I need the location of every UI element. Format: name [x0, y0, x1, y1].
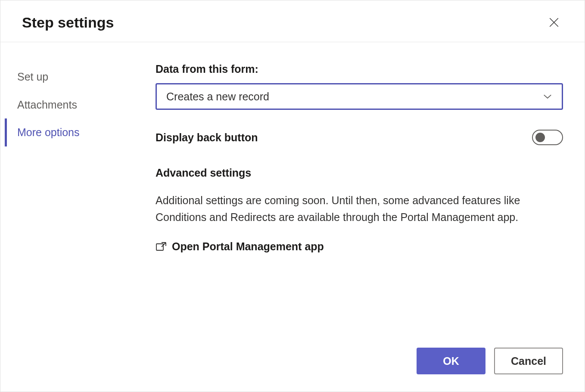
- data-from-form-select[interactable]: Creates a new record: [156, 83, 563, 110]
- open-portal-management-link[interactable]: Open Portal Management app: [156, 240, 563, 253]
- select-value: Creates a new record: [166, 90, 269, 103]
- display-back-label: Display back button: [156, 131, 258, 144]
- step-settings-dialog: Step settings Set up Attachments More op…: [0, 0, 585, 392]
- ok-button[interactable]: OK: [417, 348, 485, 374]
- sidebar-item-label: Set up: [17, 71, 48, 83]
- display-back-row: Display back button: [156, 130, 563, 145]
- dialog-body: Set up Attachments More options Data fro…: [0, 42, 585, 348]
- content-panel: Data from this form: Creates a new recor…: [156, 63, 585, 348]
- dialog-footer: OK Cancel: [0, 348, 585, 392]
- sidebar-item-more-options[interactable]: More options: [5, 118, 156, 146]
- dialog-title: Step settings: [22, 14, 114, 31]
- sidebar-item-setup[interactable]: Set up: [5, 63, 156, 91]
- svg-rect-2: [156, 244, 163, 250]
- portal-link-label: Open Portal Management app: [172, 240, 324, 253]
- close-icon: [548, 17, 560, 28]
- advanced-settings-description: Additional settings are coming soon. Unt…: [156, 192, 563, 226]
- sidebar-item-label: Attachments: [17, 99, 77, 111]
- sidebar: Set up Attachments More options: [0, 63, 156, 348]
- toggle-knob: [535, 133, 545, 142]
- close-button[interactable]: [545, 13, 563, 31]
- sidebar-item-attachments[interactable]: Attachments: [5, 91, 156, 119]
- data-from-form-select-wrap: Creates a new record: [156, 83, 563, 110]
- dialog-header: Step settings: [0, 0, 585, 42]
- display-back-toggle[interactable]: [532, 130, 563, 145]
- chevron-down-icon: [543, 93, 552, 100]
- sidebar-item-label: More options: [17, 126, 80, 138]
- cancel-button[interactable]: Cancel: [494, 348, 563, 374]
- external-link-icon: [156, 242, 167, 251]
- data-from-form-label: Data from this form:: [156, 63, 563, 75]
- advanced-settings-heading: Advanced settings: [156, 167, 563, 179]
